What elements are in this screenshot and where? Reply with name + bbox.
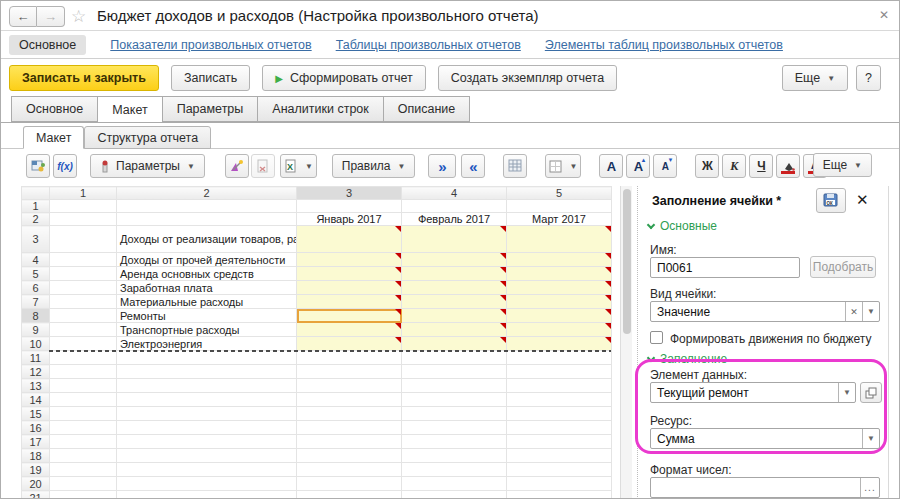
- grid-cell[interactable]: [297, 463, 402, 477]
- grid-cell[interactable]: [297, 226, 402, 253]
- pick-button[interactable]: Подобрать: [810, 256, 876, 278]
- grid-cell[interactable]: [297, 435, 402, 449]
- grid-row-header[interactable]: 18: [22, 449, 50, 463]
- number-format-input[interactable]: ...: [650, 477, 880, 498]
- generate-report-button[interactable]: ▶Сформировать отчет: [262, 65, 425, 91]
- grid-col-header[interactable]: 4: [402, 187, 507, 200]
- grid-cell[interactable]: [297, 365, 402, 379]
- grid-cell[interactable]: [50, 491, 117, 499]
- grid-cell[interactable]: [50, 421, 117, 435]
- grid-col-header[interactable]: 5: [507, 187, 612, 200]
- underline-button[interactable]: Ч: [749, 154, 773, 178]
- grid-cell[interactable]: [297, 253, 402, 267]
- grid-cell[interactable]: [117, 393, 297, 407]
- grid-row-header[interactable]: 21: [22, 491, 50, 499]
- section-fill[interactable]: Заполнение: [648, 352, 727, 366]
- parameters-button[interactable]: Параметры▼: [90, 154, 205, 178]
- nav-item-main[interactable]: Основное: [9, 35, 86, 55]
- grid-row-header[interactable]: 1: [22, 200, 50, 213]
- grid-cell[interactable]: [50, 267, 117, 281]
- grid-cell[interactable]: [50, 281, 117, 295]
- grid-cell[interactable]: [402, 435, 507, 449]
- grid-cell[interactable]: [402, 407, 507, 421]
- grid-cell[interactable]: [507, 226, 612, 253]
- grid-cell[interactable]: [117, 449, 297, 463]
- grid-cell[interactable]: [297, 379, 402, 393]
- grid-row-header[interactable]: 8: [22, 309, 50, 323]
- scrollbar-thumb[interactable]: [623, 189, 631, 334]
- close-icon[interactable]: ✕: [879, 8, 889, 22]
- grid-cell[interactable]: [117, 365, 297, 379]
- excel-export-button[interactable]: X ▼: [280, 154, 317, 178]
- grid-row-header[interactable]: 6: [22, 281, 50, 295]
- more-button[interactable]: Еще▼: [782, 65, 848, 91]
- grid-cell[interactable]: [507, 449, 612, 463]
- grid-cell[interactable]: [402, 491, 507, 499]
- grid-cell[interactable]: [50, 463, 117, 477]
- grid-row-header[interactable]: 5: [22, 267, 50, 281]
- grid-cell[interactable]: [507, 200, 612, 213]
- grid-cell[interactable]: [297, 477, 402, 491]
- grid-cell[interactable]: [507, 337, 612, 351]
- grid-row-header[interactable]: 12: [22, 365, 50, 379]
- grid-cell[interactable]: [50, 309, 117, 323]
- grid-cell[interactable]: [507, 309, 612, 323]
- grid-cell[interactable]: [402, 337, 507, 351]
- chevron-down-icon[interactable]: ▼: [862, 302, 879, 321]
- grid-cell[interactable]: [402, 295, 507, 309]
- grid-cell[interactable]: [117, 435, 297, 449]
- grid-cell[interactable]: [297, 421, 402, 435]
- grid-cell[interactable]: [50, 393, 117, 407]
- grid-cell[interactable]: [507, 253, 612, 267]
- grid-row-header[interactable]: 3: [22, 226, 50, 253]
- grid-cell[interactable]: [507, 323, 612, 337]
- name-input[interactable]: П0061: [650, 257, 800, 278]
- grid-cell[interactable]: [50, 477, 117, 491]
- grid-cell[interactable]: [297, 309, 402, 323]
- resource-select[interactable]: Сумма ▼: [650, 428, 880, 449]
- grid-row-header[interactable]: 11: [22, 351, 50, 365]
- forward-button[interactable]: →: [37, 6, 65, 27]
- grid-col-header[interactable]: 1: [50, 187, 117, 200]
- data-element-select[interactable]: Текущий ремонт ▼: [650, 382, 856, 403]
- nav-link-indicators[interactable]: Показатели произвольных отчетов: [110, 38, 311, 52]
- create-instance-button[interactable]: Создать экземпляр отчета: [438, 65, 617, 91]
- grid-cell[interactable]: [117, 491, 297, 499]
- grid-cell[interactable]: [402, 281, 507, 295]
- grid-corner[interactable]: [22, 187, 50, 200]
- grid-cell[interactable]: [50, 253, 117, 267]
- grid-cell[interactable]: Заработная плата: [117, 281, 297, 295]
- grid-cell[interactable]: [297, 337, 402, 351]
- grid-cell[interactable]: [402, 253, 507, 267]
- grid-cell[interactable]: [507, 435, 612, 449]
- italic-button[interactable]: К: [722, 154, 746, 178]
- expand-right-button[interactable]: »: [428, 154, 456, 178]
- grid-cell[interactable]: [117, 200, 297, 213]
- clear-icon[interactable]: ✕: [845, 302, 862, 321]
- cell-kind-select[interactable]: Значение ✕ ▼: [650, 301, 880, 322]
- open-element-button[interactable]: [860, 382, 882, 403]
- help-button[interactable]: ?: [856, 65, 881, 91]
- grid-cell[interactable]: Март 2017: [507, 213, 612, 226]
- grid-cell[interactable]: [50, 323, 117, 337]
- grid-row-header[interactable]: 4: [22, 253, 50, 267]
- grid-cell[interactable]: [297, 281, 402, 295]
- grid-row-header[interactable]: 14: [22, 393, 50, 407]
- panel-close-icon[interactable]: ✕: [856, 191, 869, 209]
- grid-cell[interactable]: [297, 449, 402, 463]
- grid-cell[interactable]: [50, 351, 117, 365]
- tab-layout[interactable]: Макет: [97, 96, 162, 123]
- grid-cell[interactable]: [117, 407, 297, 421]
- toolbar-more-button[interactable]: Еще▼: [813, 153, 872, 177]
- font-button[interactable]: А: [599, 154, 623, 178]
- grid-cell[interactable]: [117, 477, 297, 491]
- grid-cell[interactable]: [50, 226, 117, 253]
- back-button[interactable]: ←: [9, 6, 37, 27]
- grid-cell[interactable]: [297, 200, 402, 213]
- grid-cell[interactable]: [297, 393, 402, 407]
- grid-cell[interactable]: [50, 295, 117, 309]
- grid-cell[interactable]: [402, 267, 507, 281]
- grid-cell[interactable]: Электроэнергия: [117, 337, 297, 351]
- grid-cell[interactable]: [507, 365, 612, 379]
- grid-cell[interactable]: [507, 267, 612, 281]
